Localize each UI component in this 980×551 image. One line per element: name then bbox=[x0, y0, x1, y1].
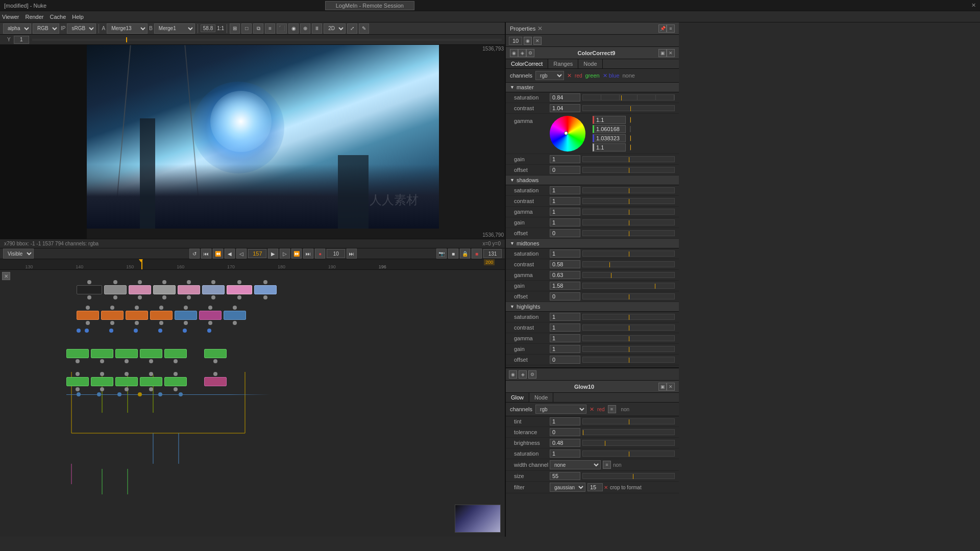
crop-to-format-label[interactable]: crop to format bbox=[610, 485, 642, 490]
play-btn[interactable]: ▶ bbox=[268, 248, 278, 259]
prev-frame-btn[interactable]: ◁ bbox=[236, 248, 247, 259]
gamma-b-input[interactable] bbox=[593, 134, 626, 142]
menu-help[interactable]: Help bbox=[72, 14, 84, 20]
shadows-con-input[interactable] bbox=[550, 197, 580, 205]
highlights-gamma-input[interactable] bbox=[550, 334, 580, 342]
view-icon-7[interactable]: ⊕ bbox=[300, 23, 310, 34]
y-input[interactable] bbox=[14, 36, 29, 44]
prop-settings-btn[interactable]: ≡ bbox=[667, 24, 675, 33]
refresh-icon[interactable]: ↺ bbox=[189, 248, 200, 259]
tab-glow[interactable]: Glow bbox=[506, 393, 529, 402]
props-icon-a[interactable]: ◉ bbox=[524, 37, 532, 45]
midtones-offset-input[interactable] bbox=[550, 292, 580, 300]
master-con-slider[interactable] bbox=[582, 105, 675, 111]
alpha-select[interactable]: alpha bbox=[3, 23, 31, 34]
midtones-gain-slider[interactable] bbox=[582, 283, 675, 289]
node-orange-4[interactable] bbox=[150, 306, 173, 325]
master-group-header[interactable]: ▼ master bbox=[506, 83, 679, 92]
tab-colorcorrect[interactable]: ColorCorrect bbox=[506, 59, 548, 68]
prop-pin-btn[interactable]: 📌 bbox=[658, 24, 667, 33]
glow-tint-slider[interactable] bbox=[582, 418, 675, 424]
shadows-gain-slider[interactable] bbox=[582, 219, 675, 226]
node-orange-2[interactable] bbox=[101, 306, 124, 325]
glow-icon-c[interactable]: ⚙ bbox=[528, 370, 536, 379]
node-graph-close[interactable]: ✕ bbox=[2, 272, 10, 280]
skip-frames-input[interactable] bbox=[327, 249, 345, 258]
node-green-single[interactable] bbox=[204, 349, 227, 363]
tab-node[interactable]: Node bbox=[578, 59, 602, 68]
close-button[interactable]: ✕ bbox=[971, 2, 976, 9]
glow-icon-a[interactable]: ◉ bbox=[509, 370, 517, 379]
props-icon-b[interactable]: ✕ bbox=[533, 37, 542, 45]
node-graph[interactable]: ✕ bbox=[0, 269, 505, 537]
current-frame-input[interactable] bbox=[248, 249, 266, 258]
highlights-gain-input[interactable] bbox=[550, 345, 580, 353]
glow-minimize-btn[interactable]: ▣ bbox=[658, 383, 667, 391]
gamma-g-input[interactable] bbox=[593, 125, 626, 133]
zoom-value[interactable]: 58.8 bbox=[201, 24, 215, 32]
node-green-4[interactable] bbox=[140, 349, 162, 363]
node-black[interactable] bbox=[77, 280, 102, 299]
highlights-gamma-slider[interactable] bbox=[582, 335, 675, 341]
gamma-b-slider[interactable] bbox=[630, 135, 631, 141]
master-con-input[interactable] bbox=[550, 104, 580, 112]
node-pink-1[interactable] bbox=[129, 280, 151, 299]
cc-minimize-btn[interactable]: ▣ bbox=[658, 49, 667, 57]
end-frame-input[interactable] bbox=[483, 249, 502, 258]
gamma-master-slider[interactable] bbox=[630, 144, 631, 151]
shadows-sat-input[interactable] bbox=[550, 186, 580, 194]
properties-close-btn[interactable]: ✕ bbox=[537, 25, 543, 32]
node-gb-3[interactable] bbox=[115, 372, 138, 391]
stop-icon[interactable]: ■ bbox=[472, 248, 482, 259]
node-gb-1[interactable] bbox=[66, 372, 89, 391]
master-sat-input[interactable] bbox=[550, 93, 580, 102]
glow-channels-opts[interactable]: ≡ bbox=[608, 405, 616, 413]
render-icon[interactable]: ■ bbox=[448, 248, 458, 259]
lock-icon[interactable]: 🔒 bbox=[460, 248, 470, 259]
glow-size-slider[interactable] bbox=[582, 473, 675, 479]
node-green-1[interactable] bbox=[66, 349, 89, 363]
next-frame-btn[interactable]: ▷ bbox=[280, 248, 290, 259]
tab-glow-node[interactable]: Node bbox=[529, 393, 553, 402]
first-frame-icon[interactable]: ⏮ bbox=[201, 248, 211, 259]
glow-channels-select[interactable]: rgb bbox=[535, 405, 586, 414]
node-gray-2[interactable] bbox=[153, 280, 176, 299]
midtones-sat-slider[interactable] bbox=[582, 251, 675, 257]
master-gain-input[interactable] bbox=[550, 155, 580, 163]
glow-tol-slider[interactable] bbox=[582, 429, 675, 435]
highlights-offset-input[interactable] bbox=[550, 356, 580, 364]
midtones-offset-slider[interactable] bbox=[582, 293, 675, 299]
node-body[interactable] bbox=[77, 285, 102, 294]
highlights-group-header[interactable]: ▼ highlights bbox=[506, 302, 679, 312]
master-sat-slider[interactable] bbox=[582, 94, 675, 101]
node-gb-5[interactable] bbox=[164, 372, 187, 391]
node-orange-3[interactable] bbox=[126, 306, 148, 325]
cc-close-btn[interactable]: ✕ bbox=[667, 49, 675, 57]
gamma-r-slider[interactable] bbox=[630, 117, 631, 123]
glow-sat-input[interactable] bbox=[550, 449, 580, 458]
node-blue-sm-2[interactable] bbox=[224, 306, 246, 325]
merge-b-select[interactable]: Merge1 bbox=[154, 23, 195, 34]
cc-icon-2[interactable]: ◈ bbox=[518, 49, 526, 57]
last-frame-icon[interactable]: ⏭ bbox=[303, 248, 313, 259]
menu-viewer[interactable]: Viewer bbox=[2, 14, 19, 20]
node-gb-2[interactable] bbox=[91, 372, 113, 391]
visible-select[interactable]: Visible bbox=[3, 248, 34, 259]
gamma-r-input[interactable] bbox=[593, 116, 626, 124]
node-orange-1[interactable] bbox=[77, 306, 99, 325]
glow-tint-input[interactable] bbox=[550, 417, 580, 425]
midtones-group-header[interactable]: ▼ midtones bbox=[506, 239, 679, 248]
node-green-3[interactable] bbox=[115, 349, 138, 363]
node-pink-sm-1[interactable] bbox=[199, 306, 222, 325]
view-mode-select[interactable]: 2D 3D bbox=[324, 23, 346, 34]
midtones-gamma-slider[interactable] bbox=[582, 272, 675, 278]
node-green-2[interactable] bbox=[91, 349, 113, 363]
highlights-con-input[interactable] bbox=[550, 323, 580, 332]
node-gb-4[interactable] bbox=[140, 372, 162, 391]
shadows-gamma-input[interactable] bbox=[550, 208, 580, 216]
prev-key-icon[interactable]: ⏪ bbox=[213, 248, 223, 259]
skip-forward-icon[interactable]: ⏭ bbox=[347, 248, 357, 259]
fullscreen-icon[interactable]: ⤢ bbox=[347, 23, 357, 34]
glow-close-btn[interactable]: ✕ bbox=[667, 383, 675, 391]
channels-x-icon[interactable]: ✕ bbox=[567, 72, 572, 79]
